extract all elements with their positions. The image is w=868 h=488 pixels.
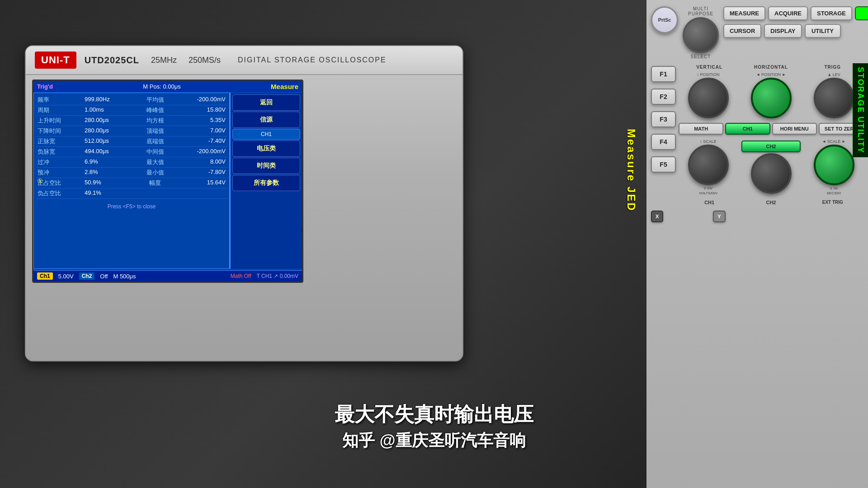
vertical-position-knob[interactable] bbox=[688, 78, 729, 118]
h-scale-label: ◄ SCALE ► bbox=[822, 139, 845, 144]
scale-knobs-row: ↕ SCALE VmV VOLTS/DIV CH2 ◄ SCALE ► sns bbox=[679, 139, 863, 195]
screen-bottom-bar: Ch1 5.00V Ch2 Off M 500μs Math Off T CH1… bbox=[33, 270, 302, 282]
time-base: M 500μs bbox=[113, 273, 136, 280]
table-row: 预冲 2.8% 最小值 -7.80V bbox=[36, 168, 227, 178]
f3-button[interactable]: F3 bbox=[651, 111, 676, 127]
cursor-button[interactable]: CURSOR bbox=[723, 24, 761, 38]
prtsc-button[interactable]: PrtSc bbox=[651, 6, 678, 33]
f-buttons-column: F1 F2 F3 F4 F5 bbox=[651, 65, 676, 205]
measure-jed-text: Measure JED bbox=[625, 129, 637, 212]
vertical-position-group: ↕ POSITION bbox=[679, 72, 738, 118]
ch2-value: Off bbox=[100, 273, 108, 280]
main-buttons-group: MEASURE ACQUIRE STORAGE CURSOR DISPLAY U… bbox=[723, 6, 868, 38]
small-buttons-row: MATH CH1 HORI MENU SET TO ZERO bbox=[679, 123, 863, 135]
prtsc-group: PrtSc bbox=[651, 6, 678, 33]
horizontal-position-knob[interactable] bbox=[751, 78, 792, 118]
scale-label: ↕ SCALE bbox=[700, 139, 717, 144]
source-button[interactable]: 信源 bbox=[232, 112, 300, 128]
brand-logo: UNI-T bbox=[35, 52, 76, 69]
ch1-channel-label: CH1 bbox=[679, 200, 740, 205]
select-label: SELECT bbox=[691, 54, 711, 59]
main-screen: Trig'd M Pos: 0.00μs Measure ① 频率 999.80… bbox=[32, 80, 303, 283]
table-row: 负占空比 49.1% bbox=[36, 188, 227, 199]
trig-status: Trig'd bbox=[37, 83, 53, 90]
xy-buttons-section: X Y bbox=[646, 208, 868, 225]
table-row: 过冲 6.9% 最大值 8.00V bbox=[36, 157, 227, 168]
ch2-button[interactable]: CH2 bbox=[741, 141, 801, 152]
sample-rate-text: 250MS/s bbox=[189, 56, 221, 65]
measure-header: Measure bbox=[271, 83, 298, 90]
return-button[interactable]: 返回 bbox=[232, 94, 300, 111]
ext-trig-label: EXT TRIG bbox=[802, 200, 863, 205]
vertical-label: VERTICAL bbox=[679, 65, 740, 70]
oscilloscope-header: UNI-T UTD2025CL 25MHz 250MS/s DIGITAL ST… bbox=[26, 46, 462, 75]
lev-label: ▲ LEV bbox=[827, 72, 840, 77]
horizontal-position-group: ◄ POSITION ► bbox=[741, 72, 801, 118]
model-text: UTD2025CL bbox=[85, 55, 139, 66]
table-row: 正脉宽 512.00μs 底端值 -7.40V bbox=[36, 136, 227, 147]
math-button[interactable]: MATH bbox=[679, 123, 723, 135]
h-position-label: ◄ POSITION ► bbox=[756, 72, 786, 77]
ch2-scale-knob[interactable] bbox=[751, 153, 792, 194]
hori-menu-button[interactable]: HORI MENU bbox=[772, 123, 817, 135]
trig-level-knob[interactable] bbox=[814, 78, 854, 118]
table-row: 下降时间 280.00μs 顶端值 7.00V bbox=[36, 126, 227, 136]
f2-button[interactable]: F2 bbox=[651, 89, 676, 105]
trigger-marker: ① bbox=[37, 177, 43, 184]
horizontal-scale-knob[interactable] bbox=[814, 145, 854, 185]
table-row: 频率 999.80Hz 平均值 -200.00mV bbox=[36, 95, 227, 105]
ch1-voltage: 5.00V bbox=[58, 273, 74, 280]
sec-div-labels: sns bbox=[830, 186, 837, 190]
controls-top-row: PrtSc MULTI PURPOSE SELECT MEASURE ACQUI… bbox=[646, 0, 868, 62]
controls-panel: PrtSc MULTI PURPOSE SELECT MEASURE ACQUI… bbox=[646, 0, 868, 488]
table-row: 周期 1.00ms 峰峰值 15.80V bbox=[36, 105, 227, 116]
storage-button[interactable]: STORAGE bbox=[811, 6, 852, 20]
table-row: 正占空比 50.9% 幅度 15.64V bbox=[36, 178, 227, 188]
multi-purpose-group: MULTI PURPOSE SELECT bbox=[683, 6, 719, 59]
bottom-buttons-row: CURSOR DISPLAY UTILITY bbox=[723, 24, 868, 38]
fbuttons-knobs-section: F1 F2 F3 F4 F5 VERTICAL HORIZONTAL TRIGG… bbox=[646, 62, 868, 208]
acquire-button[interactable]: ACQUIRE bbox=[768, 6, 808, 20]
screen-right-buttons: 返回 信源 CH1 电压类 时间类 所有参数 bbox=[231, 93, 302, 193]
knobs-section: VERTICAL HORIZONTAL TRIGG ↕ POSITION ◄ P… bbox=[679, 65, 863, 205]
green-indicator bbox=[855, 6, 868, 20]
vertical-scale-knob[interactable] bbox=[688, 145, 729, 185]
multi-purpose-knob[interactable] bbox=[683, 17, 719, 53]
top-buttons-row: MEASURE ACQUIRE STORAGE bbox=[723, 6, 868, 20]
trig-info: T CH1 ↗ 0.00mV bbox=[257, 273, 298, 279]
ch2-channel-label: CH2 bbox=[740, 200, 802, 205]
press-hint: Press <F5> to close bbox=[36, 201, 227, 212]
ch2-scale-group: CH2 bbox=[741, 141, 801, 194]
display-button[interactable]: DISPLAY bbox=[764, 24, 802, 38]
scope-title: DIGITAL STORAGE OSCILLOSCOPE bbox=[238, 56, 387, 64]
table-row: 上升时间 280.00μs 均方根 5.35V bbox=[36, 116, 227, 126]
knob-labels: VERTICAL HORIZONTAL TRIGG bbox=[679, 65, 863, 70]
knobs-row: ↕ POSITION ◄ POSITION ► ▲ LEV bbox=[679, 72, 863, 118]
all-params-button[interactable]: 所有参数 bbox=[232, 175, 300, 191]
screen-right-panel: 返回 信源 CH1 电压类 时间类 所有参数 bbox=[230, 93, 302, 269]
storage-utility-text: STORAGE UTILITY bbox=[853, 63, 868, 157]
ch1-button[interactable]: CH1 bbox=[725, 123, 770, 135]
table-row: 负脉宽 494.00μs 中间值 -200.00mV bbox=[36, 147, 227, 157]
measurements-area: ① 频率 999.80Hz 平均值 -200.00mV 周期 1.00ms 峰峰… bbox=[33, 93, 302, 269]
ch2-badge: Ch2 bbox=[79, 272, 95, 280]
y-button[interactable]: Y bbox=[713, 211, 725, 222]
f1-button[interactable]: F1 bbox=[651, 66, 676, 82]
position-label: ↕ POSITION bbox=[697, 72, 719, 77]
x-button[interactable]: X bbox=[651, 211, 663, 222]
measure-button[interactable]: MEASURE bbox=[723, 6, 765, 20]
screen-container: Trig'd M Pos: 0.00μs Measure ① 频率 999.80… bbox=[32, 80, 456, 283]
ch1-source-button[interactable]: CH1 bbox=[232, 129, 300, 140]
utility-button[interactable]: UTILITY bbox=[805, 24, 841, 38]
ch1-badge: Ch1 bbox=[37, 272, 53, 280]
f4-button[interactable]: F4 bbox=[651, 134, 676, 150]
horizontal-label: HORIZONTAL bbox=[740, 65, 802, 70]
time-type-button[interactable]: 时间类 bbox=[232, 158, 300, 174]
f5-button[interactable]: F5 bbox=[651, 156, 676, 173]
sec-div-label: SEC/DIV bbox=[826, 191, 841, 195]
measurements-left: ① 频率 999.80Hz 平均值 -200.00mV 周期 1.00ms 峰峰… bbox=[33, 93, 230, 269]
math-status: Math Off bbox=[231, 273, 251, 279]
vertical-scale-group: ↕ SCALE VmV VOLTS/DIV bbox=[679, 139, 738, 195]
volts-div-labels: VmV bbox=[704, 186, 712, 190]
voltage-type-button[interactable]: 电压类 bbox=[232, 141, 300, 157]
